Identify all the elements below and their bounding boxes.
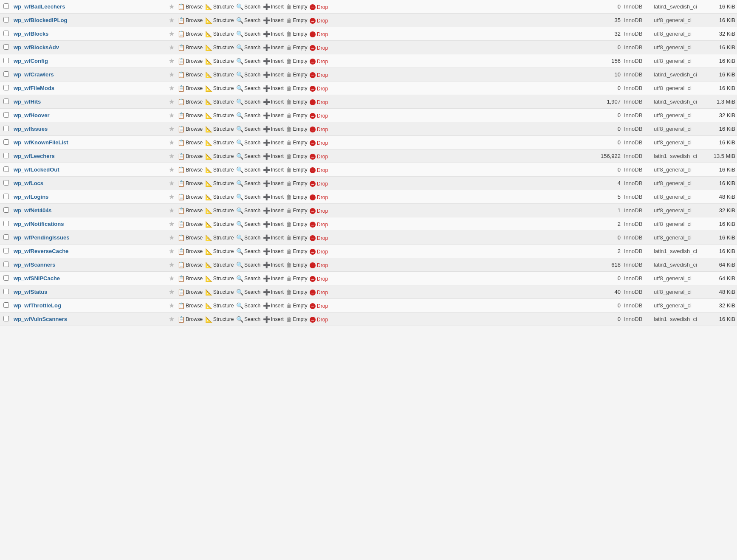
insert-button[interactable]: ➕ Insert: [263, 166, 284, 173]
row-checkbox[interactable]: [3, 85, 9, 90]
empty-button[interactable]: 🗑 Empty: [286, 44, 307, 51]
favorite-star[interactable]: ★: [169, 220, 175, 228]
search-button[interactable]: 🔍 Search: [236, 44, 260, 51]
browse-button[interactable]: 📋 Browse: [178, 71, 203, 78]
search-button[interactable]: 🔍 Search: [236, 275, 260, 282]
empty-button[interactable]: 🗑 Empty: [286, 207, 307, 214]
insert-button[interactable]: ➕ Insert: [263, 139, 284, 146]
structure-button[interactable]: 📐 Structure: [205, 248, 234, 255]
favorite-star[interactable]: ★: [169, 193, 175, 200]
row-checkbox[interactable]: [3, 3, 9, 9]
row-checkbox[interactable]: [3, 316, 9, 321]
drop-button[interactable]: – Drop: [310, 290, 328, 295]
insert-button[interactable]: ➕ Insert: [263, 316, 284, 323]
search-button[interactable]: 🔍 Search: [236, 180, 260, 187]
empty-button[interactable]: 🗑 Empty: [286, 3, 307, 10]
insert-button[interactable]: ➕ Insert: [263, 180, 284, 187]
browse-button[interactable]: 📋 Browse: [178, 166, 203, 173]
search-button[interactable]: 🔍 Search: [236, 98, 260, 105]
empty-button[interactable]: 🗑 Empty: [286, 234, 307, 241]
browse-button[interactable]: 📋 Browse: [178, 153, 203, 160]
search-button[interactable]: 🔍 Search: [236, 17, 260, 24]
search-button[interactable]: 🔍 Search: [236, 58, 260, 65]
row-checkbox[interactable]: [3, 248, 9, 253]
empty-button[interactable]: 🗑 Empty: [286, 112, 307, 119]
browse-button[interactable]: 📋 Browse: [178, 139, 203, 146]
row-checkbox[interactable]: [3, 221, 9, 226]
drop-button[interactable]: – Drop: [310, 45, 328, 51]
search-button[interactable]: 🔍 Search: [236, 112, 260, 119]
row-checkbox[interactable]: [3, 207, 9, 213]
favorite-star[interactable]: ★: [169, 180, 175, 187]
browse-button[interactable]: 📋 Browse: [178, 44, 203, 51]
favorite-star[interactable]: ★: [169, 112, 175, 119]
browse-button[interactable]: 📋 Browse: [178, 302, 203, 309]
row-checkbox[interactable]: [3, 302, 9, 308]
insert-button[interactable]: ➕ Insert: [263, 85, 284, 92]
browse-button[interactable]: 📋 Browse: [178, 289, 203, 295]
empty-button[interactable]: 🗑 Empty: [286, 31, 307, 37]
insert-button[interactable]: ➕ Insert: [263, 58, 284, 65]
search-button[interactable]: 🔍 Search: [236, 248, 260, 255]
empty-button[interactable]: 🗑 Empty: [286, 139, 307, 146]
structure-button[interactable]: 📐 Structure: [205, 112, 234, 119]
favorite-star[interactable]: ★: [169, 44, 175, 51]
row-checkbox[interactable]: [3, 234, 9, 240]
row-checkbox[interactable]: [3, 31, 9, 36]
row-checkbox[interactable]: [3, 44, 9, 50]
insert-button[interactable]: ➕ Insert: [263, 31, 284, 37]
row-checkbox[interactable]: [3, 275, 9, 281]
structure-button[interactable]: 📐 Structure: [205, 289, 234, 295]
favorite-star[interactable]: ★: [169, 302, 175, 309]
structure-button[interactable]: 📐 Structure: [205, 316, 234, 323]
insert-button[interactable]: ➕ Insert: [263, 44, 284, 51]
drop-button[interactable]: – Drop: [310, 262, 328, 268]
browse-button[interactable]: 📋 Browse: [178, 126, 203, 132]
row-checkbox[interactable]: [3, 262, 9, 267]
search-button[interactable]: 🔍 Search: [236, 207, 260, 214]
row-checkbox[interactable]: [3, 71, 9, 77]
favorite-star[interactable]: ★: [169, 125, 175, 132]
browse-button[interactable]: 📋 Browse: [178, 221, 203, 228]
search-button[interactable]: 🔍 Search: [236, 153, 260, 160]
row-checkbox[interactable]: [3, 139, 9, 145]
empty-button[interactable]: 🗑 Empty: [286, 85, 307, 92]
empty-button[interactable]: 🗑 Empty: [286, 194, 307, 200]
search-button[interactable]: 🔍 Search: [236, 194, 260, 200]
insert-button[interactable]: ➕ Insert: [263, 194, 284, 200]
structure-button[interactable]: 📐 Structure: [205, 139, 234, 146]
drop-button[interactable]: – Drop: [310, 317, 328, 323]
empty-button[interactable]: 🗑 Empty: [286, 289, 307, 295]
drop-button[interactable]: – Drop: [310, 208, 328, 214]
empty-button[interactable]: 🗑 Empty: [286, 262, 307, 268]
favorite-star[interactable]: ★: [169, 30, 175, 37]
favorite-star[interactable]: ★: [169, 166, 175, 173]
search-button[interactable]: 🔍 Search: [236, 221, 260, 228]
browse-button[interactable]: 📋 Browse: [178, 248, 203, 255]
favorite-star[interactable]: ★: [169, 139, 175, 146]
structure-button[interactable]: 📐 Structure: [205, 262, 234, 268]
drop-button[interactable]: – Drop: [310, 140, 328, 146]
drop-button[interactable]: – Drop: [310, 276, 328, 282]
favorite-star[interactable]: ★: [169, 275, 175, 282]
drop-button[interactable]: – Drop: [310, 181, 328, 187]
row-checkbox[interactable]: [3, 289, 9, 294]
empty-button[interactable]: 🗑 Empty: [286, 98, 307, 105]
structure-button[interactable]: 📐 Structure: [205, 85, 234, 92]
insert-button[interactable]: ➕ Insert: [263, 112, 284, 119]
search-button[interactable]: 🔍 Search: [236, 126, 260, 132]
empty-button[interactable]: 🗑 Empty: [286, 248, 307, 255]
search-button[interactable]: 🔍 Search: [236, 71, 260, 78]
browse-button[interactable]: 📋 Browse: [178, 85, 203, 92]
search-button[interactable]: 🔍 Search: [236, 85, 260, 92]
browse-button[interactable]: 📋 Browse: [178, 234, 203, 241]
drop-button[interactable]: – Drop: [310, 154, 328, 160]
structure-button[interactable]: 📐 Structure: [205, 126, 234, 132]
insert-button[interactable]: ➕ Insert: [263, 98, 284, 105]
search-button[interactable]: 🔍 Search: [236, 3, 260, 10]
empty-button[interactable]: 🗑 Empty: [286, 126, 307, 132]
empty-button[interactable]: 🗑 Empty: [286, 302, 307, 309]
empty-button[interactable]: 🗑 Empty: [286, 17, 307, 24]
structure-button[interactable]: 📐 Structure: [205, 44, 234, 51]
browse-button[interactable]: 📋 Browse: [178, 98, 203, 105]
